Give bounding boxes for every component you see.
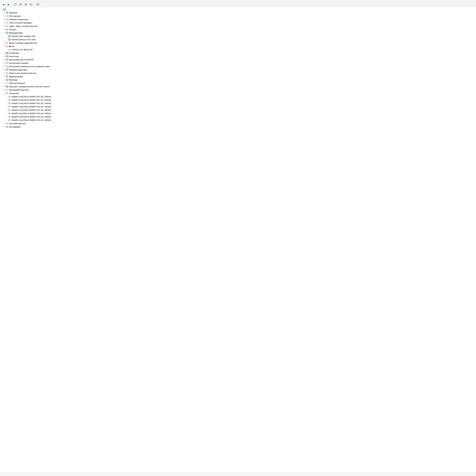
tree-item-computer[interactable]: ► Комп'ютер [0,55,476,58]
tree-item-display[interactable]: ▼ Відеоадаптери [0,31,476,34]
tree-item-storage[interactable]: ► Контролери сховища [0,61,476,65]
tree-item-cpu-8[interactable]: Intel(R) Core(TM) i5-8300H CPU @ 2.30GHz [0,119,476,122]
tree-item-monitor[interactable]: ► Монітори [0,78,476,82]
icon-display [5,31,9,34]
expand-network[interactable]: ► [3,68,5,71]
svg-rect-52 [6,53,7,53]
toolbar-btn-1[interactable] [13,3,17,6]
expand-audio[interactable]: ► [3,25,5,27]
tree-item-network[interactable]: ► Мережеві адаптери [0,68,476,71]
expand-camera[interactable]: ► [3,126,5,128]
tree-item-ide[interactable]: ► Контролери IDE ATA/ATAPI [0,58,476,61]
tree-item-disk-1[interactable]: LITEON CV1-8B128-HP [0,48,476,51]
tree-item-cpu-3[interactable]: Intel(R) Core(TM) i5-8300H CPU @ 2.30GHz [0,102,476,105]
icon-cpu-2 [8,98,11,102]
tree-item-mouse[interactable]: ► Миша й інші вказівні пристрої [0,71,476,75]
menu-action[interactable] [5,0,6,1]
svg-rect-105 [9,100,10,100]
label-disk-1: LITEON CV1-8B128-HP [11,49,33,51]
tree-item-hid[interactable]: ► HID-пристрої [0,14,476,18]
icon-cpu-7 [8,115,11,118]
label-memory-tech: Пристрої з використанням технології пам'… [9,85,50,88]
tree-item-cpu-4[interactable]: Intel(R) Core(TM) i5-8300H CPU @ 2.30GHz [0,105,476,108]
forward-button[interactable]: ▶ [6,3,11,6]
icon-cpu-5 [8,108,11,112]
expand-program-dev[interactable]: ► [3,89,5,91]
expand-hid[interactable]: ► [3,15,5,17]
expand-battery[interactable]: ► [3,28,5,31]
menu-file[interactable] [1,0,2,1]
toolbar-btn-5[interactable] [36,3,40,6]
icon-disk [5,45,9,48]
icon-software [5,18,9,21]
expand-processors[interactable]: ▼ [3,92,5,94]
tree-item-sound-io[interactable]: ► Вхідні та вихідні аудіопристрої [0,41,476,45]
tree-item-serial[interactable]: ► Контролери універсальної послідовної ш… [0,65,476,68]
tree-item-program-dev[interactable]: ► Програмний пристрій [0,88,476,92]
tree-item-cpu-6[interactable]: Intel(R) Core(TM) i5-8300H CPU @ 2.30GHz [0,112,476,115]
svg-rect-80 [6,86,7,87]
tree-root[interactable]: ▼ [0,8,476,11]
tree-item-firmware[interactable]: ► Мікропрограма: [0,75,476,78]
expand-mouse[interactable]: ► [3,72,5,74]
menu-help[interactable] [12,0,13,1]
expand-keyboard[interactable]: ► [3,52,5,54]
expand-firmware[interactable]: ► [3,75,5,78]
icon-mouse [5,71,9,75]
tree-item-software[interactable]: ► Software components [0,18,476,21]
expand-memory-tech[interactable]: ► [3,85,5,88]
expand-serial[interactable]: ► [3,65,5,68]
tree-item-cpu-7[interactable]: Intel(R) Core(TM) i5-8300H CPU @ 2.30GHz [0,115,476,119]
tree-item-display-2[interactable]: NVIDIA GeForce GTX 1050 [0,38,476,41]
svg-rect-26 [6,23,7,23]
tree-item-disk[interactable]: ▼ Диски [0,45,476,48]
expand-system[interactable]: ► [3,122,5,125]
icon-display-1 [8,35,11,38]
toolbar-btn-2[interactable] [18,3,23,6]
expand-monitor[interactable]: ► [3,79,5,81]
tree-item-memory-tech[interactable]: ► Пристрої з використанням технології па… [0,85,476,88]
back-button[interactable]: ◀ [1,3,5,6]
tree-item-system[interactable]: ► Системні пристрої [0,122,476,125]
expand-disk[interactable]: ▼ [3,45,5,48]
label-program-dev: Програмний пристрій [9,89,29,91]
tree-item-bluetooth[interactable]: ► Bluetooth [0,11,476,14]
expand-security[interactable]: ► [3,82,5,84]
label-camera: Фотокамери [9,126,20,128]
expand-software[interactable]: ► [3,18,5,21]
toolbar-btn-4[interactable] [29,3,33,6]
svg-rect-55 [6,53,8,53]
expand-computer[interactable]: ► [3,55,5,57]
tree-item-battery[interactable]: ► Батареї [0,28,476,31]
expand-bluetooth[interactable]: ► [3,11,5,14]
icon-cpu-4 [8,105,11,108]
tree-item-cpu-5[interactable]: Intel(R) Core(TM) i5-8300H CPU @ 2.30GHz [0,108,476,112]
svg-point-16 [6,16,7,16]
toolbar-btn-3[interactable]: ? [24,3,28,6]
svg-point-22 [7,22,7,22]
expand-storage[interactable]: ► [3,62,5,64]
expand-sound-io[interactable]: ► [3,42,5,44]
label-cpu-1: Intel(R) Core(TM) i5-8300H CPU @ 2.30GHz [11,96,51,98]
menu-view[interactable] [9,0,10,1]
tree-item-cpu-2[interactable]: Intel(R) Core(TM) i5-8300H CPU @ 2.30GHz [0,98,476,102]
label-mouse: Миша й інші вказівні пристрої [9,72,36,74]
tree-item-camera[interactable]: ► Фотокамери [0,125,476,128]
tree-item-audio[interactable]: ► Аудіо-, відео- та ігрові пристрої [0,24,476,28]
label-software: Software components [9,18,28,21]
tree-item-display-1[interactable]: Intel(R) UHD Graphics 630 [0,34,476,38]
expand-usb-conn[interactable]: ► [3,21,5,24]
tree-item-usb-conn[interactable]: ► USB Connector Managers [0,21,476,24]
label-battery: Батареї [9,28,16,31]
root-expand[interactable]: ▼ [0,8,3,11]
tree-item-processors[interactable]: ▼ Процесори [0,92,476,95]
expand-display[interactable]: ▼ [3,32,5,34]
tree-item-security[interactable]: ► Пристрої безпеки [0,82,476,85]
tree-item-keyboard[interactable]: ► Клавіатури [0,51,476,55]
svg-point-47 [7,46,8,46]
icon-battery [5,28,9,31]
label-network: Мережеві адаптери [9,69,27,71]
tree-item-cpu-1[interactable]: Intel(R) Core(TM) i5-8300H CPU @ 2.30GHz [0,95,476,98]
svg-rect-82 [7,86,8,87]
expand-ide[interactable]: ► [3,58,5,61]
